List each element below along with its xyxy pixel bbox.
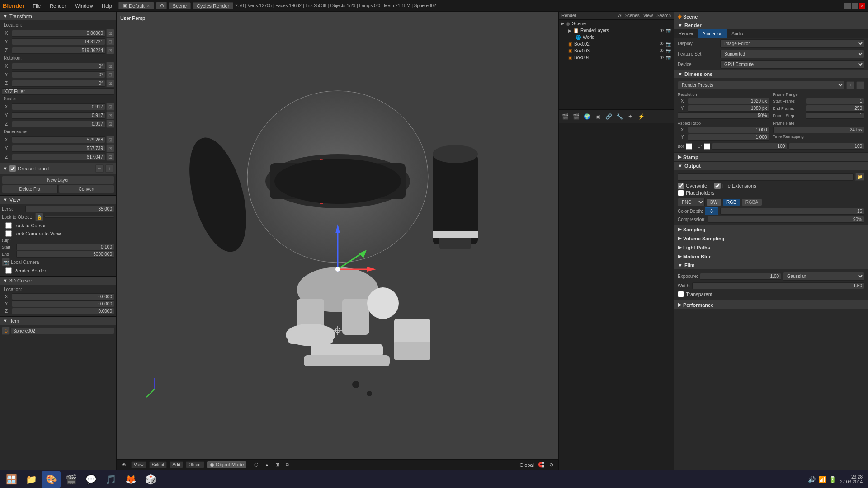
new-layer-button[interactable]: New Layer <box>2 176 114 184</box>
color-depth-field[interactable]: 8 <box>705 207 718 215</box>
rotation-mode-field[interactable]: XYZ Euler <box>2 88 114 95</box>
menu-file[interactable]: File <box>30 2 43 9</box>
menu-window[interactable]: Window <box>72 2 95 9</box>
render-border-checkbox[interactable] <box>5 267 12 274</box>
compression-pct-field[interactable]: 90% <box>708 216 864 223</box>
object-mode-selector[interactable]: ◉ Object Mode <box>207 461 246 468</box>
scale-x-copy[interactable]: ⊡ <box>106 103 114 111</box>
cursor-3d-header[interactable]: ▼ 3D Cursor <box>0 276 116 285</box>
item-name-field[interactable]: Sphere002 <box>11 328 114 334</box>
res-y-field[interactable]: 1080 px <box>688 105 769 112</box>
lock-camera-checkbox[interactable] <box>5 230 12 237</box>
fps-field[interactable]: 24 fps <box>773 127 865 133</box>
render-tab-render[interactable]: Render <box>674 29 698 38</box>
lock-object-btn[interactable]: 🔒 <box>35 213 43 221</box>
res-x-field[interactable]: 1920 px <box>688 98 769 104</box>
transparent-checkbox[interactable] <box>678 291 684 297</box>
res-pct-field[interactable]: 50% <box>678 112 769 119</box>
render-layers-vis[interactable]: 👁 <box>660 28 664 33</box>
taskbar-item-blender[interactable]: 🎨 <box>42 471 61 488</box>
loc-x-copy[interactable]: ⊡ <box>106 29 114 37</box>
clip-start-field[interactable]: 0.100 <box>16 244 114 250</box>
scale-y-copy[interactable]: ⊡ <box>106 111 114 119</box>
object-menu-btn[interactable]: Object <box>186 461 204 468</box>
rot-y-field[interactable]: 0° <box>12 71 105 78</box>
taskbar-item-steam[interactable]: 🎲 <box>141 471 160 488</box>
scale-z-copy[interactable]: ⊡ <box>106 120 114 128</box>
motion-blur-header[interactable]: ▶ Motion Blur <box>674 252 868 261</box>
loc-z-field[interactable]: 519.36224 <box>12 47 105 54</box>
cursor-y-field[interactable]: 0.0000 <box>12 300 114 307</box>
dim-y-copy[interactable]: ⊡ <box>106 144 114 152</box>
bw-btn[interactable]: BW <box>707 199 721 206</box>
stamp-header[interactable]: ▶ Stamp <box>674 152 868 161</box>
scene-selector[interactable]: Scene <box>169 2 191 9</box>
menu-help[interactable]: Help <box>99 2 115 9</box>
cursor-x-field[interactable]: 0.0000 <box>12 293 114 300</box>
magnet-icon[interactable]: 🧲 <box>537 460 546 469</box>
volume-icon[interactable]: 🔊 <box>808 476 816 483</box>
sampling-header[interactable]: ▶ Sampling <box>674 225 868 234</box>
width-field[interactable]: 1.50 <box>692 282 864 289</box>
object-prop-icon[interactable]: ▣ <box>593 112 603 122</box>
clip-end-field[interactable]: 5000.000 <box>16 251 114 258</box>
scene-props-header[interactable]: ◈ Scene <box>674 12 868 21</box>
lens-field[interactable]: 35.000 <box>25 206 114 212</box>
view-header[interactable]: ▼ View <box>0 195 116 204</box>
file-ext-checkbox[interactable] <box>714 183 721 189</box>
render-presets-dropdown[interactable]: Render Presets <box>678 81 844 89</box>
aspect-x-field[interactable]: 1.000 <box>688 127 769 133</box>
delete-frame-button[interactable]: Delete Fra <box>2 185 58 193</box>
add-menu-btn[interactable]: Add <box>170 461 183 468</box>
box003-item[interactable]: ▣ Box003 👁 📷 <box>559 47 674 54</box>
scale-z-field[interactable]: 0.917 <box>12 121 105 127</box>
rgb-btn[interactable]: RGB <box>723 199 740 206</box>
volume-sampling-header[interactable]: ▶ Volume Sampling <box>674 234 868 243</box>
dim-z-field[interactable]: 617.047 <box>12 154 105 160</box>
local-camera-icon[interactable]: 📷 <box>2 258 10 266</box>
minimize-button[interactable]: ─ <box>844 3 851 9</box>
loc-y-field[interactable]: -14.31721 <box>12 38 105 45</box>
taskbar-item-folder[interactable]: 📁 <box>22 471 41 488</box>
box002-vis[interactable]: 👁 <box>660 42 664 47</box>
box003-vis[interactable]: 👁 <box>660 48 664 53</box>
scene-root-item[interactable]: ▶ ◎ Scene <box>559 20 674 27</box>
constraints-icon[interactable]: 🔗 <box>604 112 613 122</box>
render-tab-animation[interactable]: Animation <box>698 29 727 38</box>
border-y-field[interactable]: 100 <box>789 143 864 150</box>
cursor-z-field[interactable]: 0.0000 <box>12 308 114 314</box>
grease-pencil-add-icon[interactable]: + <box>105 164 113 173</box>
exposure-field[interactable]: 1.00 <box>700 273 781 280</box>
transform-header[interactable]: ▼ Transform <box>0 12 116 20</box>
solid-shading-icon[interactable]: ● <box>262 460 271 469</box>
start-button[interactable]: 🪟 <box>2 471 21 488</box>
taskbar-item-video[interactable]: 🎬 <box>61 471 80 488</box>
lock-cursor-checkbox[interactable] <box>5 222 12 229</box>
loc-y-copy[interactable]: ⊡ <box>106 38 114 46</box>
border-x-field[interactable]: 100 <box>712 143 788 150</box>
close-icon[interactable]: ✕ <box>146 4 150 8</box>
device-dropdown[interactable]: GPU Compute <box>720 60 864 69</box>
crop-checkbox[interactable] <box>704 143 710 150</box>
rot-z-field[interactable]: 0° <box>12 80 105 87</box>
dim-x-copy[interactable]: ⊡ <box>106 136 114 144</box>
shading-icon[interactable]: ⬡ <box>252 460 261 469</box>
menu-render[interactable]: Render <box>47 2 69 9</box>
viewport-3d[interactable]: User Persp <box>117 12 558 459</box>
render-prop-icon[interactable]: 🎬 <box>560 112 570 122</box>
dim-y-field[interactable]: 557.739 <box>12 145 105 152</box>
dimensions-section-header[interactable]: ▼ Dimensions <box>674 70 868 78</box>
render-engine-selector[interactable]: Cycles Render <box>193 2 233 9</box>
world-item[interactable]: 🌐 World <box>559 34 674 41</box>
filter-dropdown[interactable]: Gaussian <box>783 272 864 281</box>
format-dropdown[interactable]: PNG <box>678 198 705 206</box>
output-path-field[interactable]: D:\ <box>678 173 854 181</box>
workspace-switcher[interactable]: ▣ Default ✕ <box>118 2 154 9</box>
grease-pencil-edit-icon[interactable]: ✏ <box>95 164 104 173</box>
close-button[interactable]: ✕ <box>859 3 865 9</box>
search-btn[interactable]: Search <box>656 13 671 18</box>
loc-z-copy[interactable]: ⊡ <box>106 46 114 54</box>
grease-pencil-checkbox[interactable] <box>9 165 16 172</box>
box002-item[interactable]: ▣ Box002 👁 📷 <box>559 41 674 47</box>
dim-x-field[interactable]: 529.268 <box>12 136 105 143</box>
